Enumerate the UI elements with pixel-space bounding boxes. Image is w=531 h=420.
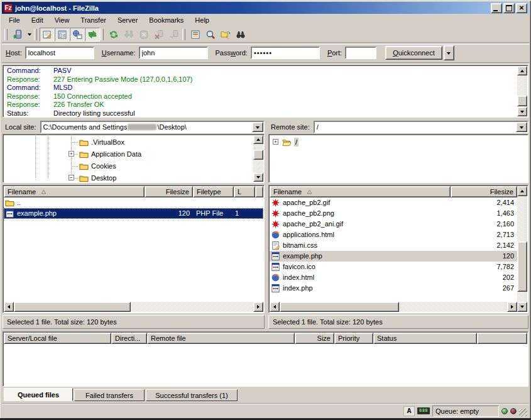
scroll-thumb[interactable]	[14, 302, 131, 312]
queue-column-header-size[interactable]: Size	[295, 333, 334, 344]
local-column-header-blank[interactable]	[255, 186, 263, 197]
directory-comparison-button[interactable]	[203, 28, 218, 41]
username-input[interactable]	[139, 47, 208, 59]
menu-server[interactable]: Server	[112, 14, 143, 26]
file-type-cell	[193, 197, 234, 208]
file-row-apache-pb2-gif[interactable]: apache_pb2.gif2,414	[270, 197, 517, 208]
site-manager-button[interactable]	[10, 28, 25, 41]
scroll-up-button[interactable]	[517, 66, 527, 75]
remote-site-dropdown[interactable]	[516, 122, 527, 132]
log-line: Response:226 Transfer OK	[4, 101, 515, 109]
queue-column-header-server-local-file[interactable]: Server/Local file	[4, 333, 111, 344]
file-row--[interactable]: ..	[4, 197, 263, 208]
resize-grip[interactable]	[519, 409, 527, 417]
local-column-header-filesize[interactable]: Filesize	[145, 186, 193, 197]
reconnect-button[interactable]	[167, 28, 182, 41]
file-row-example-php[interactable]: example.php120PHP File1	[4, 208, 263, 219]
file-search-button[interactable]	[233, 28, 248, 41]
menu-file[interactable]: File	[3, 14, 26, 26]
tree-expander-plus-icon[interactable]: +	[68, 151, 74, 157]
menu-edit[interactable]: Edit	[26, 14, 49, 26]
local-column-header-l[interactable]: L	[234, 186, 255, 197]
queue-column-header-blank[interactable]	[477, 333, 527, 344]
scroll-down-button[interactable]	[253, 173, 263, 182]
scroll-left-button[interactable]	[270, 302, 280, 312]
tree-item-desktop[interactable]: −Desktop	[3, 172, 264, 184]
process-queue-button[interactable]	[121, 28, 136, 41]
scroll-right-button[interactable]	[507, 302, 517, 312]
menu-transfer[interactable]: Transfer	[75, 14, 112, 26]
column-header-label: Priority	[338, 334, 359, 342]
tree-expander-minus-icon[interactable]: −	[68, 175, 74, 180]
cancel-operation-button[interactable]	[136, 28, 151, 41]
queue-column-header-status[interactable]: Status	[373, 333, 477, 344]
speed-limit-icon[interactable]: 888	[417, 407, 430, 414]
toolbar-separator	[34, 29, 37, 40]
remote-site-combobox[interactable]: /	[314, 121, 528, 133]
queue-column-header-remote-file[interactable]: Remote file	[147, 333, 295, 344]
site-manager-dropdown-button[interactable]	[25, 28, 33, 41]
remote-column-header-filename[interactable]: Filename	[270, 186, 451, 197]
file-row-bitnami-css[interactable]: bitnami.css2,142	[270, 240, 517, 251]
scroll-down-button[interactable]	[517, 107, 527, 116]
minimize-button[interactable]	[491, 3, 502, 13]
synchronized-browsing-button[interactable]	[218, 28, 233, 41]
local-column-header-filetype[interactable]: Filetype	[193, 186, 234, 197]
tab-failed-transfers[interactable]: Failed transfers	[74, 389, 145, 401]
directory-listing-filters-button[interactable]	[188, 28, 203, 41]
tree-item--virtualbox[interactable]: .VirtualBox	[3, 136, 264, 148]
scroll-thumb[interactable]	[517, 96, 527, 106]
scroll-up-button[interactable]	[253, 135, 263, 144]
file-row-index-php[interactable]: index.php267	[270, 283, 517, 294]
menu-bookmarks[interactable]: Bookmarks	[143, 14, 189, 26]
file-size-cell: 1,463	[451, 208, 517, 219]
scroll-up-button[interactable]	[517, 186, 527, 196]
scroll-thumb[interactable]	[280, 302, 399, 312]
host-input[interactable]	[25, 47, 94, 59]
menu-help[interactable]: Help	[189, 14, 215, 26]
transfer-queue: Server/Local fileDirecti...Remote fileSi…	[3, 331, 528, 387]
maximize-button[interactable]	[503, 3, 515, 13]
toggle-remote-tree-button[interactable]	[70, 28, 85, 41]
close-button[interactable]: ✕	[516, 3, 527, 13]
menu-view[interactable]: View	[49, 14, 75, 26]
toggle-transfer-queue-button[interactable]	[85, 28, 100, 41]
scroll-right-button[interactable]	[253, 302, 263, 312]
file-row-apache-pb2-ani-gif[interactable]: apache_pb2_ani.gif2,160	[270, 219, 517, 229]
remote-column-header-filesize[interactable]: Filesize	[451, 186, 517, 197]
file-row-apache-pb2-png[interactable]: apache_pb2.png1,463	[270, 208, 517, 219]
toggle-message-log-button[interactable]	[40, 28, 55, 41]
disconnect-button[interactable]	[151, 28, 167, 41]
local-column-header-filename[interactable]: Filename	[4, 186, 145, 197]
password-input[interactable]	[251, 47, 320, 59]
file-row-index-html[interactable]: index.html202	[270, 272, 517, 283]
log-line: Response:150 Connection accepted	[4, 92, 515, 101]
toolbar-grip[interactable]	[4, 29, 8, 40]
quickconnect-button[interactable]: Quickconnect	[385, 46, 442, 60]
quickconnect-dropdown[interactable]	[444, 45, 454, 60]
file-row-applications-html[interactable]: applications.html2,713	[270, 229, 517, 240]
scroll-left-button[interactable]	[4, 302, 14, 312]
queue-column-header-priority[interactable]: Priority	[334, 333, 373, 344]
file-row-example-php[interactable]: example.php120	[270, 251, 517, 262]
tree-expander-plus-icon[interactable]: +	[273, 139, 278, 145]
local-site-dropdown[interactable]	[252, 122, 263, 132]
queue-column-header-directi-[interactable]: Directi...	[111, 333, 147, 344]
file-row-favicon-ico[interactable]: favicon.ico7,782	[270, 262, 517, 272]
tab-successful-transfers-1-[interactable]: Successful transfers (1)	[146, 389, 238, 401]
file-name-label: favicon.ico	[283, 262, 315, 272]
toggle-local-tree-button[interactable]	[55, 28, 70, 41]
tree-item-cookies[interactable]: Cookies	[3, 160, 264, 172]
tree-item-root[interactable]: +/	[269, 136, 528, 148]
port-input[interactable]	[345, 47, 376, 59]
app-icon: Fz	[4, 4, 13, 13]
local-site-combobox[interactable]: C:\Documents and Settings\Desktop\	[40, 121, 265, 133]
refresh-button[interactable]	[106, 28, 121, 41]
scroll-down-button[interactable]	[517, 302, 527, 312]
ico-icon	[271, 262, 280, 272]
tree-item-application-data[interactable]: +Application Data	[3, 148, 264, 160]
log-line-label: Response:	[7, 101, 53, 109]
tab-queued-files[interactable]: Queued files	[4, 388, 73, 401]
scroll-thumb[interactable]	[253, 150, 263, 160]
scroll-thumb[interactable]	[517, 241, 527, 292]
